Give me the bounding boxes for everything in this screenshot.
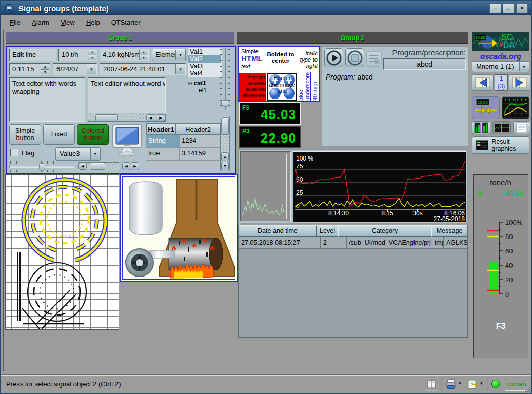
scrollbar-thumb[interactable] xyxy=(221,117,229,135)
menu-alarm[interactable]: Alarm xyxy=(27,17,54,28)
list-item[interactable]: Val1 xyxy=(188,48,221,55)
scroll-down-icon[interactable]: ▼ xyxy=(221,162,229,170)
table-cell[interactable]: 1234 xyxy=(180,135,220,147)
table-cell[interactable]: true xyxy=(146,148,180,160)
spin-down-icon[interactable]: ▼ xyxy=(140,55,148,61)
status-led[interactable] xyxy=(491,380,500,388)
scroll-up-icon[interactable]: ▲ xyxy=(221,152,229,161)
vertical-scrollbar[interactable]: ▲ ▼ xyxy=(221,116,230,171)
spin-up-icon[interactable]: ▲ xyxy=(88,50,96,55)
table-cell[interactable]: 3.14159 xyxy=(180,148,220,160)
flow-spinbox[interactable]: 10 t/h ▲▼ xyxy=(58,49,97,61)
flag-checkbox[interactable] xyxy=(10,149,18,156)
prescription-field[interactable]: abcd xyxy=(383,58,466,70)
mnemo-chart-button[interactable] xyxy=(502,96,529,119)
value3-combobox[interactable]: Value3 ▼ xyxy=(55,147,101,161)
menu-view[interactable]: View xyxy=(56,17,80,28)
scrollbar-thumb[interactable] xyxy=(95,114,118,121)
slider-handle[interactable] xyxy=(221,100,229,107)
spin-up-icon[interactable]: ▲ xyxy=(41,64,49,70)
scroll-left-icon[interactable]: ◀ xyxy=(122,162,130,170)
resize-grip[interactable] xyxy=(523,385,530,392)
table-cell-selected[interactable]: String xyxy=(146,135,180,147)
next-page-button[interactable] xyxy=(509,74,530,91)
scroll-right-icon[interactable]: ▶ xyxy=(156,114,165,121)
menu-qtstarter[interactable]: QTStarter xyxy=(107,17,145,28)
messages-header[interactable]: Message xyxy=(431,225,467,237)
edit-line-field[interactable]: Edit line xyxy=(9,49,56,61)
list-item-selected[interactable]: Val2 xyxy=(188,55,221,63)
export-dropdown-icon[interactable]: ▾ xyxy=(480,381,483,386)
colored-button[interactable]: Colored button xyxy=(77,124,109,145)
messages-header[interactable]: Level xyxy=(317,225,338,237)
doc-button[interactable] xyxy=(425,378,438,391)
element-viewer[interactable] xyxy=(240,151,291,221)
values-listbox[interactable]: Val1 Val2 Val3 Val4 xyxy=(188,48,222,77)
messages-header[interactable]: Date and time xyxy=(239,225,317,237)
tree-widget[interactable]: ⊞ cat1 el1 xyxy=(188,80,222,104)
datetime-combobox[interactable]: 2007-06-24 21:48:01 ▼ xyxy=(100,63,186,75)
horizontal-scrollbar[interactable]: ◀ xyxy=(78,162,119,170)
date-combobox[interactable]: 6/24/07 ▼ xyxy=(53,63,97,75)
menu-help[interactable]: Help xyxy=(82,17,105,28)
prescription-list-button[interactable] xyxy=(366,51,382,67)
text-editor-nowrap[interactable]: Text editor without word wrap xyxy=(88,77,166,113)
pressure-spinbox[interactable]: 4.10 kgN/sm2 ▲▼ xyxy=(100,49,149,61)
scroll-left-icon[interactable]: ◀ xyxy=(146,114,155,121)
spin-down-icon[interactable]: ▼ xyxy=(88,55,96,61)
text-editor-wrapping[interactable]: Text editor with words wrapping xyxy=(9,77,85,122)
slider-handle[interactable] xyxy=(39,163,45,171)
data-table[interactable]: Header1 Header2 String 1234 true 3.14159 xyxy=(146,123,221,171)
document-button[interactable] xyxy=(513,121,530,134)
horizontal-slider[interactable] xyxy=(9,161,74,172)
scrollbar-thumb[interactable] xyxy=(90,163,105,170)
scroll-right-icon[interactable]: ▶ xyxy=(131,162,139,170)
combo-arrow-icon[interactable]: ▼ xyxy=(90,148,100,160)
messages-header[interactable]: Category xyxy=(338,225,431,237)
tree-node-el1[interactable]: el1 xyxy=(199,87,207,94)
display-P3[interactable]: P3 22.90 xyxy=(239,126,301,148)
tab-group1[interactable]: Group 1 xyxy=(6,32,234,44)
mnemo-combobox[interactable]: Mnemo 1 (1) ▼ xyxy=(472,61,529,72)
element-combobox[interactable]: Element ▼ xyxy=(152,49,186,61)
combo-arrow-icon[interactable]: ▼ xyxy=(87,64,96,74)
menu-file[interactable]: File xyxy=(5,17,25,28)
monitor-icon[interactable] xyxy=(111,123,144,158)
export-button[interactable] xyxy=(466,378,479,391)
prev-page-button[interactable] xyxy=(472,74,494,91)
vertical-slider[interactable] xyxy=(220,48,230,110)
oscada-site-link[interactable]: oscada.org xyxy=(472,52,529,60)
tree-node-cat1[interactable]: cat1 xyxy=(194,80,206,87)
stop-button[interactable] xyxy=(345,48,364,67)
combo-arrow-icon[interactable]: ▼ xyxy=(519,62,528,71)
tab-group2[interactable]: Group 2 xyxy=(237,32,468,44)
combo-arrow-icon[interactable]: ▼ xyxy=(175,64,185,74)
scroll-left-icon[interactable]: ◀ xyxy=(78,163,87,170)
list-item[interactable]: Val4 xyxy=(188,70,221,77)
mini-trends-button[interactable] xyxy=(492,121,511,134)
mnemo-valve-button[interactable]: 10.95 xyxy=(472,96,500,119)
tree-expand-icon[interactable]: ⊞ xyxy=(188,81,192,86)
simple-button[interactable]: Simple button xyxy=(9,124,41,145)
list-item[interactable]: Val3 xyxy=(188,63,221,70)
spin-up-icon[interactable]: ▲ xyxy=(140,50,148,55)
bar-indicators-button[interactable] xyxy=(472,121,490,134)
table-header[interactable]: Header2 xyxy=(176,124,220,135)
combo-arrow-icon[interactable]: ▼ xyxy=(175,50,185,60)
fixed-button[interactable]: Fixed xyxy=(43,124,75,145)
print-dropdown-icon[interactable]: ▾ xyxy=(459,381,461,386)
maximize-button[interactable]: □ xyxy=(503,3,515,13)
table-header[interactable]: Header1 xyxy=(146,124,176,135)
editor-hscrollbar[interactable]: ◀ ▶ xyxy=(88,114,166,122)
time-spinbox[interactable]: 0:11:15 ▲▼ xyxy=(9,63,50,75)
result-graphics-button[interactable]: Result graphics xyxy=(472,136,529,154)
display-F3[interactable]: F3 45.03 xyxy=(239,102,301,125)
titlebar[interactable]: Signal groups (template) – □ ✕ xyxy=(1,1,531,15)
messages-table[interactable]: Date and time Level Category Message 27.… xyxy=(238,225,468,338)
spin-down-icon[interactable]: ▼ xyxy=(41,70,49,75)
play-button[interactable] xyxy=(324,48,343,67)
minimize-button[interactable]: – xyxy=(489,3,501,13)
messages-row[interactable]: 27.05.2018 08:15:27 2 /sub_UI/mod_VCAEng… xyxy=(239,237,467,249)
trend-chart[interactable]: 100 % 75 50 25 0 8:14:30 8:15 30s 8:16:0… xyxy=(293,151,466,222)
close-button[interactable]: ✕ xyxy=(516,3,528,13)
